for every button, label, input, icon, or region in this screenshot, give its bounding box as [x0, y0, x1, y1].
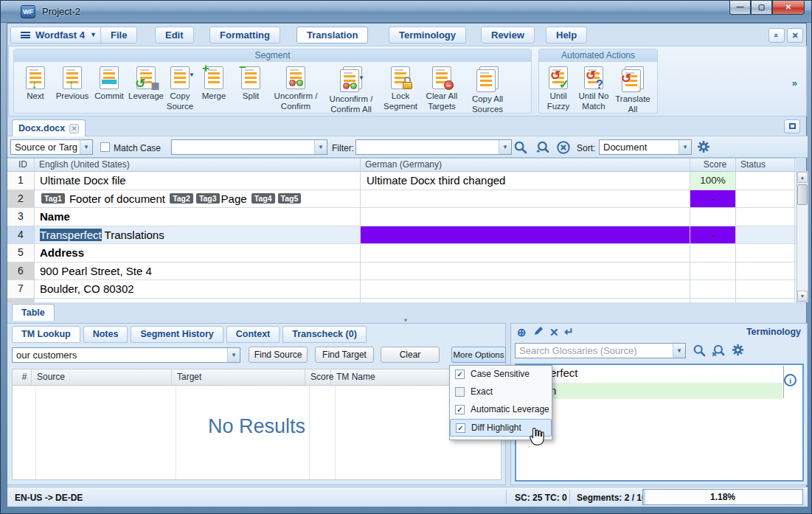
search-icon[interactable]: [513, 140, 531, 155]
target-cell[interactable]: [361, 263, 690, 280]
segment-row-4[interactable]: 4Transperfect Translations-: [7, 226, 796, 245]
close-button[interactable]: ✕: [772, 1, 805, 15]
gear-icon[interactable]: [696, 139, 714, 154]
wordfast-app-button[interactable]: Wordfast 4 ▼: [10, 27, 107, 44]
ribbon-button-merge[interactable]: +Merge: [195, 65, 232, 103]
scroll-down-icon[interactable]: ▼: [797, 291, 808, 302]
find-source-button[interactable]: Find Source: [249, 347, 308, 363]
menu-item-exact[interactable]: Exact: [450, 383, 552, 401]
maximize-button[interactable]: ▢: [751, 1, 772, 15]
segment-row-6[interactable]: 6900 Pearl Street, Ste 4: [7, 263, 796, 281]
delete-term-icon[interactable]: ✕: [549, 326, 559, 339]
scroll-up-icon[interactable]: ▲: [797, 172, 808, 183]
source-cell[interactable]: 900 Pearl Street, Ste 4: [35, 263, 361, 280]
segment-row-7[interactable]: 7Boulder, CO 80302: [7, 280, 796, 299]
collapse-ribbon-button[interactable]: «: [768, 28, 785, 43]
panel-maximize-button[interactable]: [784, 119, 800, 133]
segment-row-2[interactable]: 2Tag1 Footer of document Tag2Tag3Page Ta…: [7, 190, 796, 209]
target-cell[interactable]: [361, 208, 690, 226]
search-input[interactable]: ▼: [171, 139, 327, 155]
ribbon-button-unconfirm-confirm-all[interactable]: ▼Unconfirm / Confirm All: [322, 65, 380, 117]
sort-select[interactable]: Document▼: [599, 139, 692, 155]
source-cell[interactable]: Name: [35, 208, 361, 226]
clear-button[interactable]: Clear: [381, 347, 440, 363]
edit-term-icon[interactable]: [533, 325, 544, 336]
ribbon-button-commit[interactable]: ▬Commit: [91, 65, 128, 103]
target-cell[interactable]: [361, 244, 690, 262]
menu-item-case-sensitive[interactable]: ✓Case Sensitive: [450, 366, 552, 383]
search-next-icon[interactable]: [535, 140, 553, 155]
glossary-gear-icon[interactable]: [731, 343, 749, 358]
target-cell[interactable]: [361, 299, 690, 304]
ribbon-button-previous[interactable]: ↑Previous: [54, 65, 91, 103]
ribbon-button-copy-source[interactable]: ▼Copy Source: [164, 65, 195, 114]
source-cell[interactable]: Tag1 Footer of document Tag2Tag3Page Tag…: [35, 190, 361, 208]
menu-tab-terminology[interactable]: Terminology: [389, 27, 466, 44]
add-term-icon[interactable]: ⊕: [517, 326, 527, 339]
tab-segment-history[interactable]: Segment History: [131, 326, 223, 343]
document-tab[interactable]: Docx.docx✕: [12, 119, 86, 136]
target-cell[interactable]: Ultimate Docx third changed: [361, 172, 690, 190]
ribbon-button-clear-all-targets[interactable]: −Clear All Targets: [421, 65, 462, 114]
minimize-button[interactable]: —: [729, 1, 751, 15]
ribbon-button-unconfirm-confirm[interactable]: Unconfirm / Confirm: [269, 65, 322, 114]
tab-table-view[interactable]: Table: [12, 304, 55, 321]
info-icon[interactable]: i: [784, 374, 797, 386]
segment-row-8[interactable]: 8Phone Numb: [7, 299, 796, 304]
source-cell[interactable]: Boulder, CO 80302: [35, 280, 361, 298]
ribbon-overflow-button[interactable]: »: [792, 77, 797, 88]
term-translation-row[interactable]: n: [517, 383, 782, 399]
ribbon-button-copy-all-sources[interactable]: Copy All Sources: [462, 65, 513, 117]
ribbon-button-translate-all[interactable]: ↺↓Translate All: [613, 65, 653, 117]
ribbon-button-split[interactable]: −Split: [232, 65, 269, 103]
tm-query-input[interactable]: our customers▼: [12, 347, 240, 363]
ribbon-button-until-no-match[interactable]: ↺?Until No Match: [575, 65, 613, 114]
tab-close-icon[interactable]: ✕: [69, 124, 79, 133]
scope-select[interactable]: Source or Target▼: [10, 139, 93, 155]
checked-checkbox-icon[interactable]: ✓: [455, 405, 465, 414]
glossary-search-clear-icon[interactable]: [712, 344, 729, 358]
tab-notes[interactable]: Notes: [83, 326, 128, 343]
filter-input[interactable]: ▼: [355, 139, 512, 155]
menu-tab-help[interactable]: Help: [546, 27, 587, 44]
menu-tab-review[interactable]: Review: [481, 27, 535, 44]
segment-row-5[interactable]: 5Address: [7, 244, 796, 263]
menu-tab-formatting[interactable]: Formatting: [209, 27, 280, 44]
glossary-search-icon[interactable]: [693, 344, 710, 358]
checked-checkbox-icon[interactable]: ✓: [455, 369, 465, 379]
scroll-thumb[interactable]: [797, 184, 808, 205]
source-cell[interactable]: Transperfect Translations: [35, 226, 361, 244]
find-target-button[interactable]: Find Target: [315, 347, 374, 363]
segment-row-1[interactable]: 1Ultimate Docx fileUltimate Docx third c…: [7, 172, 796, 190]
grid-scrollbar[interactable]: ▲ ▼: [797, 171, 808, 302]
ribbon-button-lock-segment[interactable]: Lock Segment: [380, 65, 421, 114]
menu-item-automatic-leverage[interactable]: ✓Automatic Leverage: [450, 401, 552, 419]
chevron-down-icon[interactable]: ▼: [358, 74, 364, 81]
segment-row-3[interactable]: 3Name: [7, 208, 796, 226]
insert-term-icon[interactable]: ↵: [564, 325, 574, 338]
checked-checkbox-icon[interactable]: ✓: [456, 423, 465, 433]
ribbon-button-next[interactable]: ↓Next: [17, 65, 54, 103]
tab-tm-lookup[interactable]: TM Lookup: [12, 326, 80, 343]
tab-context[interactable]: Context: [226, 326, 280, 343]
more-options-button[interactable]: More Options ▼: [451, 347, 506, 363]
term-match-text[interactable]: erfect: [550, 367, 578, 379]
source-cell[interactable]: Phone Numb: [35, 299, 361, 304]
target-cell[interactable]: [361, 226, 690, 244]
ribbon-button-until-fuzzy[interactable]: ↺✓Until Fuzzy: [542, 65, 575, 114]
close-tab-button[interactable]: ✕: [787, 28, 803, 43]
glossary-search-input[interactable]: Search Glossaries (Source)▼: [515, 343, 686, 358]
unchecked-checkbox-icon[interactable]: [455, 387, 465, 397]
clear-search-icon[interactable]: [556, 140, 574, 155]
chevron-down-icon[interactable]: ▼: [189, 72, 195, 78]
menu-tab-file[interactable]: File: [100, 27, 137, 44]
source-cell[interactable]: Ultimate Docx file: [35, 172, 361, 190]
target-cell[interactable]: [361, 190, 690, 208]
menu-tab-translation[interactable]: Translation: [296, 27, 368, 44]
match-case-checkbox[interactable]: [100, 142, 110, 152]
tab-transcheck-0[interactable]: Transcheck (0): [282, 326, 367, 343]
target-cell[interactable]: [361, 280, 690, 298]
menu-tab-edit[interactable]: Edit: [155, 27, 194, 44]
source-cell[interactable]: Address: [35, 244, 361, 262]
ribbon-button-leverage[interactable]: ↺▦Leverage: [128, 65, 164, 103]
